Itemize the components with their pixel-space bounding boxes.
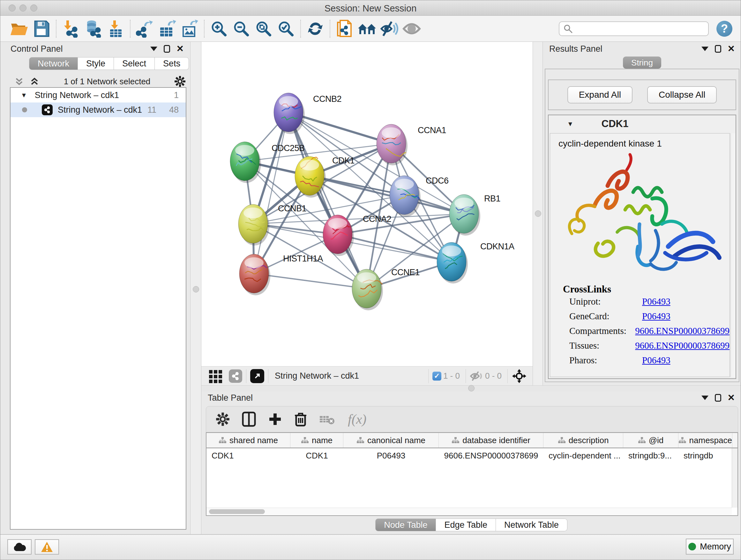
tab-string[interactable]: String	[623, 57, 661, 69]
column-header--id[interactable]: @id	[623, 433, 678, 448]
panel-menu-icon[interactable]	[150, 47, 157, 51]
selected-checkbox[interactable]: ✓	[432, 372, 441, 381]
cdk1-section-header[interactable]: ▼ CDK1	[549, 115, 736, 132]
import-network-file-button[interactable]	[60, 18, 82, 39]
fit-selected-crosshair-icon[interactable]	[512, 368, 527, 384]
show-all-networks-button[interactable]	[356, 18, 378, 39]
gear-icon[interactable]	[174, 76, 186, 87]
section-collapse-icon[interactable]: ▼	[567, 120, 574, 128]
network-node-ccnb2[interactable]: CCNB2	[274, 93, 341, 134]
table-cell[interactable]: CDK1	[206, 451, 290, 461]
add-column-icon[interactable]	[268, 412, 282, 426]
annotation-button[interactable]	[333, 18, 356, 39]
show-columns-icon[interactable]	[242, 412, 256, 427]
panel-float-icon[interactable]	[715, 45, 721, 53]
horizontal-splitter-handle[interactable]	[468, 385, 475, 391]
birdseye-grid-icon[interactable]	[208, 369, 223, 383]
column-header-database-identifier[interactable]: database identifier	[439, 433, 543, 448]
save-session-button[interactable]	[30, 18, 53, 39]
string-style-icon[interactable]	[229, 369, 242, 383]
right-splitter-handle[interactable]	[535, 210, 541, 217]
right-splitter[interactable]	[533, 42, 543, 385]
network-node-cdk1[interactable]: CDK1	[295, 156, 354, 198]
panel-menu-icon[interactable]	[701, 395, 709, 400]
network-view[interactable]: CCNB2CCNA1CDC25BCDK1CDC6RB1CCNB1CCNA2CDK…	[201, 42, 533, 366]
table-cell[interactable]: stringdb:9...	[623, 451, 678, 461]
network-graph[interactable]: CCNB2CCNA1CDC25BCDK1CDC6RB1CCNB1CCNA2CDK…	[201, 42, 533, 366]
network-node-cdkn1a[interactable]: CDKN1A	[437, 242, 515, 284]
tab-select[interactable]: Select	[114, 57, 155, 70]
search-input[interactable]	[573, 23, 708, 34]
zoom-out-button[interactable]	[230, 18, 253, 39]
table-row[interactable]: CDK1CDK1P064939606.ENSP00000378699cyclin…	[206, 448, 738, 463]
network-edge[interactable]	[254, 112, 288, 273]
delete-table-icon[interactable]	[319, 414, 336, 425]
left-splitter-handle[interactable]	[193, 286, 199, 293]
delete-column-icon[interactable]	[294, 412, 307, 427]
expand-all-icon[interactable]	[29, 76, 40, 87]
cloud-status-button[interactable]	[7, 539, 31, 555]
network-node-hist1h1a[interactable]: HIST1H1A	[239, 254, 323, 295]
panel-float-icon[interactable]	[715, 394, 721, 401]
collapse-all-button[interactable]: Collapse All	[647, 86, 717, 104]
crosslink-link[interactable]: P06493	[642, 355, 670, 366]
zoom-selected-button[interactable]	[275, 18, 297, 39]
zoom-fit-button[interactable]	[253, 18, 275, 39]
horizontal-splitter[interactable]	[201, 385, 741, 391]
panel-menu-icon[interactable]	[701, 47, 709, 51]
export-image-button[interactable]	[179, 18, 201, 39]
refresh-button[interactable]	[304, 18, 327, 39]
panel-close-icon[interactable]: ✕	[177, 44, 184, 53]
left-splitter[interactable]	[190, 42, 201, 534]
open-session-button[interactable]	[8, 18, 30, 39]
table-cell[interactable]: stringdb	[678, 451, 732, 461]
hide-edges-button[interactable]	[378, 18, 401, 39]
zoom-in-button[interactable]	[208, 18, 230, 39]
crosslink-link[interactable]: 9606.ENSP00000378699	[635, 326, 730, 336]
function-builder-button[interactable]: f(x)	[348, 412, 366, 427]
network-node-cdc6[interactable]: CDC6	[390, 176, 449, 217]
import-table-button[interactable]	[105, 18, 127, 39]
panel-float-icon[interactable]	[164, 45, 170, 53]
memory-button[interactable]: Memory	[686, 539, 734, 555]
expand-all-button[interactable]: Expand All	[567, 86, 632, 104]
column-header-canonical-name[interactable]: canonical name	[343, 433, 439, 448]
help-button[interactable]: ?	[717, 21, 732, 37]
table-settings-gear-icon[interactable]	[216, 412, 230, 426]
table-cell[interactable]: cyclin-dependent ...	[543, 451, 623, 461]
tab-sets[interactable]: Sets	[155, 57, 189, 70]
tab-style[interactable]: Style	[78, 57, 114, 70]
export-table-button[interactable]	[156, 18, 179, 39]
search-field[interactable]	[559, 21, 709, 36]
network-row[interactable]: String Network – cdk1 11 48	[10, 103, 186, 117]
column-header-namespace[interactable]: namespace	[678, 433, 732, 448]
panel-close-icon[interactable]: ✕	[728, 393, 735, 402]
table-vertical-scrollbar[interactable]	[732, 448, 738, 508]
warnings-button[interactable]	[35, 539, 59, 555]
crosslink-link[interactable]: P06493	[642, 296, 670, 307]
network-node-ccna2[interactable]: CCNA2	[323, 214, 391, 256]
network-node-rb1[interactable]: RB1	[449, 194, 500, 236]
column-header-name[interactable]: name	[290, 433, 343, 448]
detach-view-icon[interactable]	[250, 369, 264, 383]
network-node-ccnb1[interactable]: CCNB1	[239, 204, 307, 246]
tree-expand-icon[interactable]: ▼	[21, 91, 27, 99]
network-edge[interactable]	[254, 273, 367, 289]
import-network-database-button[interactable]	[82, 18, 105, 39]
birdseye-view-button[interactable]	[401, 18, 423, 39]
scrollbar-thumb[interactable]	[209, 509, 265, 514]
column-header-shared-name[interactable]: shared name	[206, 433, 290, 448]
tab-network-table[interactable]: Network Table	[496, 518, 567, 531]
export-network-button[interactable]	[134, 18, 156, 39]
tab-edge-table[interactable]: Edge Table	[436, 518, 496, 531]
tab-node-table[interactable]: Node Table	[375, 518, 436, 531]
network-collection-row[interactable]: ▼ String Network – cdk1 1	[10, 88, 186, 103]
table-cell[interactable]: P06493	[343, 451, 439, 461]
tab-network[interactable]: Network	[29, 57, 78, 70]
hidden-eye-icon[interactable]	[470, 371, 483, 381]
table-horizontal-scrollbar[interactable]	[206, 508, 732, 515]
collapse-all-icon[interactable]	[14, 76, 24, 87]
crosslink-link[interactable]: P06493	[642, 311, 670, 321]
results-scrollbar[interactable]	[731, 133, 736, 377]
column-header-description[interactable]: description	[543, 433, 623, 448]
